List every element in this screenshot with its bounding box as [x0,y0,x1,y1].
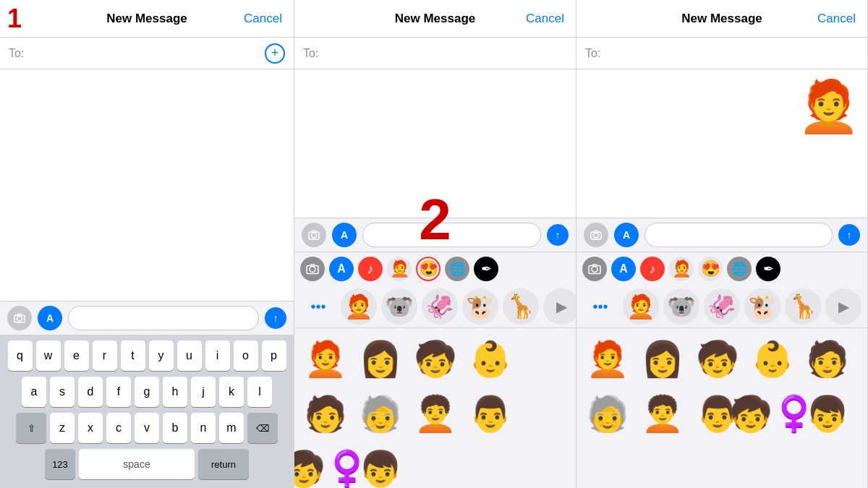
key-e[interactable]: e [64,341,89,371]
panel3-grid-item-7[interactable]: 🧑‍🦱 [637,389,688,440]
panel3-grid-item-1[interactable]: 🧑‍🦰 [582,334,633,385]
key-i[interactable]: i [205,341,230,371]
panel2-memoji-1[interactable]: 🧑‍🦰 [341,288,377,325]
panel1-to-input[interactable] [28,47,265,60]
key-o[interactable]: o [234,341,258,371]
panel2-memoji-5[interactable]: 🦒 [503,288,539,325]
panel3-avatar2-strip-icon[interactable]: 😍 [698,257,723,281]
panel2-music-strip-icon[interactable]: ♪ [358,257,383,281]
key-u[interactable]: u [177,341,202,371]
panel1-message-input[interactable] [68,306,259,330]
panel3-camera-button[interactable] [584,223,608,247]
key-v[interactable]: v [135,413,159,443]
panel3-camera-strip-icon[interactable] [582,257,607,281]
panel3-appstore-strip-icon[interactable]: A [611,257,636,281]
panel3-grid-item-6[interactable]: 🧓 [582,389,633,440]
panel2-avatar1-strip-icon[interactable]: 🧑‍🦰 [387,257,412,281]
key-q[interactable]: q [8,341,33,371]
panel1-send-button[interactable]: ↑ [265,307,286,329]
key-g[interactable]: g [135,377,159,407]
panel3-send-button[interactable]: ↑ [838,224,860,246]
key-y[interactable]: y [149,341,174,371]
panel3-avatar1-strip-icon[interactable]: 🧑‍🦰 [669,257,694,281]
panel1-add-recipient-button[interactable]: + [265,43,285,64]
panel2-camera-button[interactable] [302,223,326,247]
panel2-memoji-next[interactable]: ▶ [543,288,576,325]
panel2-grid-item-6[interactable]: 🧓 [355,389,406,440]
panel3-memoji-strip: ••• 🧑‍🦰 🐨 🦑 🐮 🦒 ▶ [576,286,867,328]
panel2-grid-item-8[interactable]: 👨 [465,389,516,440]
key-x[interactable]: x [78,413,103,443]
key-a[interactable]: a [22,377,46,407]
panel2-appstore-strip-icon[interactable]: A [329,257,354,281]
key-j[interactable]: j [191,377,216,407]
panel3-grid-item-9[interactable]: 🧒‍♀️ [747,389,798,440]
key-space[interactable]: space [79,449,195,479]
panel3-message-body: 🧑‍🦰 [576,69,867,218]
panel1-appstore-button[interactable]: A [38,306,62,330]
panel2-send-button[interactable]: ↑ [547,224,569,246]
panel2-appstore-button[interactable]: A [332,223,357,247]
panel2-grid-item-3[interactable]: 🧒 [410,334,461,385]
key-return[interactable]: return [198,449,249,479]
panel2-grid-item-4[interactable]: 👶 [465,334,516,385]
panel2-globe-strip-icon[interactable]: 🌐 [445,257,469,281]
panel3-grid-item-3[interactable]: 🧒 [692,334,743,385]
panel3-to-input[interactable] [605,47,859,60]
panel3-memoji-more[interactable]: ••• [582,288,618,325]
panel1-cancel-button[interactable]: Cancel [244,12,282,26]
panel2-grid-item-9[interactable]: 🧒‍♀️ [300,444,351,488]
panel2-to-input[interactable] [323,47,567,60]
panel3-message-input[interactable] [644,223,833,247]
key-t[interactable]: t [121,341,145,371]
panel3-globe-strip-icon[interactable]: 🌐 [727,257,752,281]
key-k[interactable]: k [219,377,244,407]
panel3-memoji-2[interactable]: 🐨 [663,288,699,325]
key-d[interactable]: d [78,377,103,407]
key-p[interactable]: p [262,341,286,371]
panel3-grid-item-2[interactable]: 👩 [637,334,688,385]
key-h[interactable]: h [163,377,187,407]
key-shift[interactable]: ⇧ [16,413,46,443]
panel3-memoji-5[interactable]: 🦒 [785,288,821,325]
panel2-memoji-2[interactable]: 🐨 [381,288,417,325]
key-b[interactable]: b [163,413,187,443]
key-l[interactable]: l [247,377,272,407]
panel2-camera-strip-icon[interactable] [300,257,325,281]
panel3-to-field: To: [576,38,867,69]
panel2-memoji-4[interactable]: 🐮 [462,288,498,325]
panel3-memoji-next[interactable]: ▶ [825,288,861,325]
key-f[interactable]: f [106,377,131,407]
key-w[interactable]: w [36,341,61,371]
key-numbers[interactable]: 123 [45,449,75,479]
panel2-grid-item-1[interactable]: 🧑‍🦰 [300,334,351,385]
panel2-message-input[interactable] [362,223,541,247]
panel3-music-strip-icon[interactable]: ♪ [640,257,665,281]
key-backspace[interactable]: ⌫ [247,413,278,443]
key-c[interactable]: c [106,413,131,443]
panel3-memoji-3[interactable]: 🦑 [704,288,740,325]
panel2-memoji-3[interactable]: 🦑 [422,288,458,325]
panel3-memoji-4[interactable]: 🐮 [744,288,780,325]
key-r[interactable]: r [93,341,117,371]
panel2-notchless-strip-icon[interactable]: ✒ [474,257,498,281]
panel3-cancel-button[interactable]: Cancel [817,12,856,26]
panel1-camera-button[interactable] [7,306,32,330]
key-s[interactable]: s [50,377,75,407]
panel3-notchless-strip-icon[interactable]: ✒ [756,257,780,281]
panel2-grid-item-10[interactable]: 👦 [355,444,406,488]
panel2-grid-item-2[interactable]: 👩 [355,334,406,385]
key-m[interactable]: m [219,413,244,443]
panel3-appstore-button[interactable]: A [614,223,639,247]
panel3-grid-item-4[interactable]: 👶 [747,334,798,385]
panel3-grid-item-5[interactable]: 🧑 [802,334,853,385]
panel2-avatar2-strip-icon[interactable]: 😍 [416,257,441,281]
panel2-grid-item-5[interactable]: 🧑 [300,389,351,440]
key-z[interactable]: z [50,413,75,443]
panel3-memoji-1[interactable]: 🧑‍🦰 [623,288,659,325]
panel3-grid-item-10[interactable]: 👦 [802,389,853,440]
panel2-memoji-more[interactable]: ••• [300,288,336,325]
key-n[interactable]: n [191,413,216,443]
panel2-grid-item-7[interactable]: 🧑‍🦱 [410,389,461,440]
panel2-cancel-button[interactable]: Cancel [526,12,564,26]
